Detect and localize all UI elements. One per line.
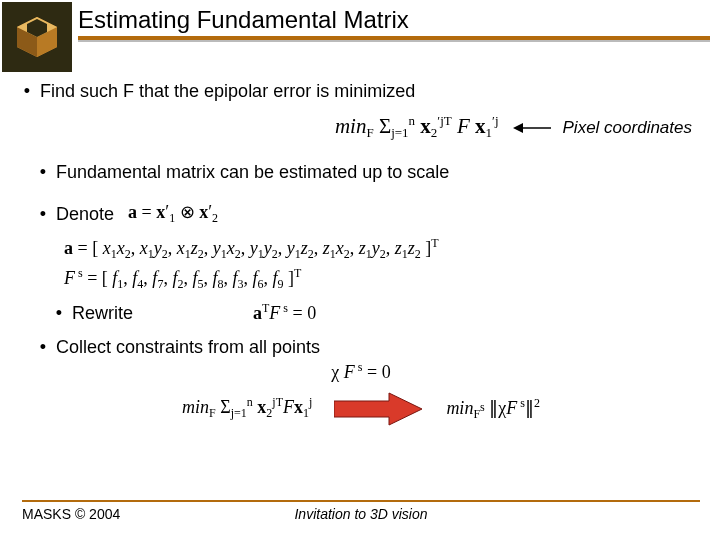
bullet-5-text: Collect constraints from all points	[56, 336, 320, 358]
bullet-3: • Denote a = x′1 ⊗ x′2	[22, 201, 700, 226]
pixel-coordinates-label: Pixel coordinates	[563, 118, 692, 138]
equation-minF-left: minF Σj=1n x2jTFx1j	[182, 397, 312, 421]
equation-fs-vector: F s = [ f1, f4, f7, f2, f5, f8, f3, f6, …	[22, 268, 700, 292]
footer: MASKS © 2004 Invitation to 3D vision	[22, 504, 700, 528]
bullet-dot-icon: •	[38, 161, 48, 183]
bullet-4-text: Rewrite	[72, 302, 133, 324]
bullet-5: • Collect constraints from all points	[22, 336, 700, 358]
title-area: Estimating Fundamental Matrix	[78, 6, 710, 42]
bullet-3-text: Denote	[56, 203, 114, 225]
bullet-2: • Fundamental matrix can be estimated up…	[22, 161, 700, 183]
equation-a-vector: a = [ x1x2, x1y2, x1z2, y1x2, y1y2, y1z2…	[22, 238, 700, 262]
arrow-left-icon	[513, 121, 553, 135]
cube-logo-icon	[2, 2, 72, 72]
svg-marker-7	[513, 123, 523, 133]
block-arrow-right-icon	[334, 391, 424, 427]
bullet-dot-icon: •	[38, 336, 48, 358]
slide-content: • Find such F that the epipolar error is…	[22, 80, 700, 427]
footer-center: Invitation to 3D vision	[22, 506, 700, 522]
bullet-4: • Rewrite aTF s = 0	[22, 302, 700, 324]
bullet-dot-icon: •	[38, 203, 48, 225]
equation-aT-Fs-zero: aTF s = 0	[253, 303, 316, 324]
bullet-1-text: Find such F that the epipolar error is m…	[40, 80, 415, 102]
eq-row-bottom: minF Σj=1n x2jTFx1j minFs ‖χF s‖2	[22, 391, 700, 427]
slide: Estimating Fundamental Matrix • Find suc…	[0, 0, 720, 540]
bullet-dot-icon: •	[22, 80, 32, 102]
bullet-1: • Find such F that the epipolar error is…	[22, 80, 700, 102]
bullet-2-text: Fundamental matrix can be estimated up t…	[56, 161, 449, 183]
equation-minFs-right: minFs ‖χF s‖2	[446, 397, 540, 422]
bullet-dot-icon: •	[54, 302, 64, 324]
svg-marker-8	[334, 393, 422, 425]
equation-chi-fs-zero: χ F s = 0	[22, 362, 700, 383]
footer-divider	[22, 500, 700, 502]
equation-min-sum: minF Σj=1n x2′jT F x1′j	[335, 114, 499, 141]
slide-title: Estimating Fundamental Matrix	[78, 6, 710, 34]
eq-row-1: minF Σj=1n x2′jT F x1′j Pixel coordinate…	[22, 114, 700, 141]
equation-a-kron: a = x′1 ⊗ x′2	[128, 201, 218, 226]
